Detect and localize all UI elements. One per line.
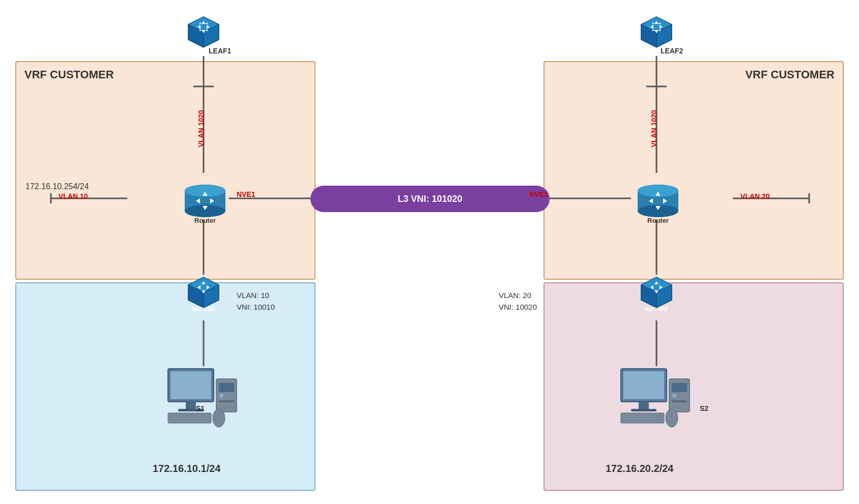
right-computer-icon (611, 364, 702, 457)
right-macvrf-switch-icon: MAC-VRF (634, 270, 679, 317)
left-vlan10-label: VLAN 10 (59, 192, 88, 200)
left-ip-label: 172.16.10.254/24 (25, 182, 89, 191)
right-vlan1020-label: VLAN 1020 (650, 110, 658, 147)
left-host-ip: 172.16.10.1/24 (153, 463, 220, 475)
vrf-left-box (15, 61, 316, 280)
svg-rect-84 (168, 413, 211, 423)
svg-rect-77 (170, 371, 211, 399)
left-router-icon: Router (177, 173, 233, 231)
right-nve1-label: NVE1 (529, 190, 548, 198)
svg-rect-90 (631, 409, 656, 411)
svg-rect-89 (639, 402, 649, 409)
right-vni-info: VNI: 10020 (499, 303, 537, 311)
svg-rect-78 (186, 402, 196, 409)
svg-point-82 (219, 394, 223, 398)
svg-text:MAC-VRF: MAC-VRF (192, 307, 215, 312)
svg-text:MAC-VRF: MAC-VRF (645, 307, 668, 312)
vrf-right-label: VRF CUSTOMER (745, 68, 835, 81)
svg-text:Router: Router (194, 217, 216, 224)
vrf-left-label: VRF CUSTOMER (24, 68, 114, 81)
svg-rect-83 (219, 400, 234, 402)
left-macvrf-switch-icon: MAC-VRF (181, 270, 226, 317)
left-vlan1020-label: VLAN 1020 (197, 110, 205, 147)
right-vlan-info: VLAN: 20 (499, 291, 531, 300)
svg-rect-81 (219, 383, 234, 392)
leaf2-label: LEAF2 (661, 47, 683, 55)
left-host-label: S1 (196, 404, 205, 412)
right-host-ip: 172.16.20.2/24 (606, 463, 673, 475)
right-router-icon: Router (630, 173, 686, 231)
leaf1-label: LEAF1 (209, 47, 231, 55)
svg-point-93 (672, 394, 676, 398)
l3vni-tunnel: L3 VNI: 101020 (310, 186, 550, 212)
right-host-label: S2 (700, 404, 708, 412)
left-nve1-label: NVE1 (237, 190, 255, 198)
l3vni-label: L3 VNI: 101020 (397, 194, 462, 204)
svg-rect-94 (672, 400, 687, 402)
svg-rect-92 (672, 383, 687, 392)
svg-text:Router: Router (647, 217, 669, 224)
left-vni-info: VNI: 10010 (237, 303, 275, 311)
left-vlan-info: VLAN: 10 (237, 291, 269, 300)
svg-rect-88 (623, 371, 664, 399)
diagram-container: VRF CUSTOMER VRF CUSTOMER (0, 0, 859, 504)
right-vlan20-label: VLAN 20 (740, 192, 770, 200)
svg-rect-95 (621, 413, 664, 423)
vrf-right-box (543, 61, 844, 280)
